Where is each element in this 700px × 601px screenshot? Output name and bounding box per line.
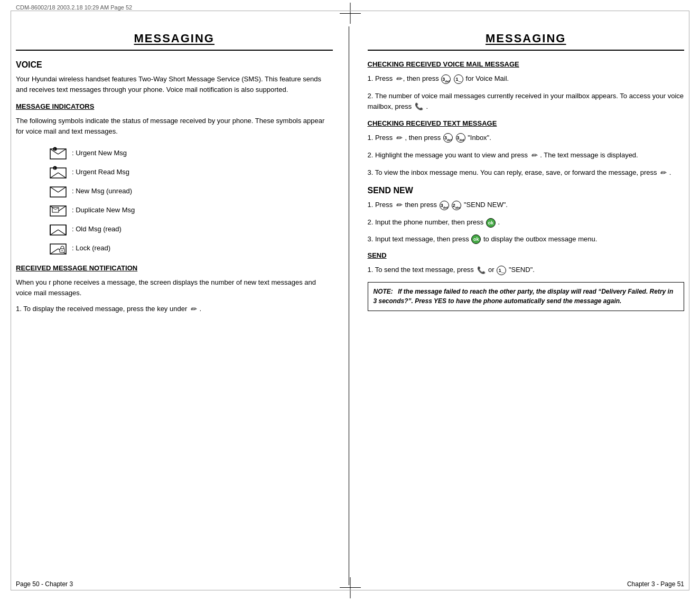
lock-read-icon (48, 242, 69, 255)
btn-1-cv1: 1— (454, 74, 463, 84)
title-divider-right (368, 50, 685, 51)
pencil-icon-ct1: ✏ (396, 133, 402, 144)
svg-line-12 (58, 187, 66, 192)
send-new-heading: SEND NEW (368, 186, 685, 195)
pencil-icon-sn1: ✏ (396, 200, 402, 211)
send-new-step3: 3. Input text message, then press ok to … (368, 234, 685, 245)
pencil-icon-cv1: ✏ (396, 73, 402, 84)
btn-3-sn1: 3def (440, 201, 449, 210)
urgent-read-icon: ! (48, 166, 69, 179)
urgent-new-label: : Urgent New Msg (72, 149, 127, 157)
recv-notif-body: When you r phone receives a message, the… (16, 277, 333, 298)
right-footer: Chapter 3 - Page 51 (627, 580, 684, 588)
urgent-read-label: : Urgent Read Msg (72, 168, 129, 176)
title-divider-left (16, 50, 333, 51)
pencil-icon-ct2: ✏ (531, 150, 537, 161)
left-footer: Page 50 - Chapter 3 (16, 580, 73, 588)
old-read-label: : Old Msg (read) (72, 225, 122, 233)
send-heading: SEND (368, 251, 685, 259)
check-voice-step1: 1. Press ✏, then press 3def 1— for Voice… (368, 73, 685, 84)
send-new-step1: 1. Press ✏ then press 3def 2abc "SEND NE… (368, 200, 685, 211)
svg-line-20 (50, 230, 58, 235)
indicator-urgent-read: ! : Urgent Read Msg (48, 166, 333, 179)
send-new-step2: 2. Input the phone number, then press ok… (368, 217, 685, 228)
phone-icon-send: 📞 (477, 265, 486, 276)
svg-line-2 (58, 149, 66, 154)
svg-line-21 (58, 230, 66, 235)
send-step1: 1. To send the text message, press 📞 or … (368, 265, 685, 275)
file-info: CDM-86002/18 2003.2.18 10:29 AM Page 52 (16, 4, 132, 11)
old-read-icon (48, 223, 69, 236)
btn-3-cv1: 3def (441, 74, 451, 84)
right-title: MESSAGING (368, 32, 685, 45)
indicator-lock-read: : Lock (read) (48, 242, 333, 255)
svg-line-6 (50, 173, 58, 178)
svg-line-25 (50, 249, 58, 254)
main-columns: MESSAGING VOICE Your Hyundai wireless ha… (16, 26, 684, 585)
svg-point-28 (62, 250, 63, 251)
svg-line-11 (50, 187, 58, 192)
check-text-step3: 3. To view the inbox message menu. You c… (368, 167, 685, 179)
new-unread-label: : New Msg (unread) (72, 187, 132, 195)
recv-notif-heading: RECEIVED MESSAGE NOTIFICATION (16, 264, 333, 272)
check-text-step2: 2. Highlight the message you want to vie… (368, 150, 685, 161)
btn-3a-ct1: 3def (443, 133, 453, 143)
check-voice-heading: CHECKING RECEIVED VOICE MAIL MESSAGE (368, 60, 685, 68)
indicator-old-read: : Old Msg (read) (48, 223, 333, 236)
left-title: MESSAGING (16, 32, 333, 45)
msg-indicators-body: The following symbols indicate the statu… (16, 116, 333, 137)
check-text-step1: 1. Press ✏ , then press 3def 3def "Inbox… (368, 133, 685, 144)
note-label: NOTE: (374, 288, 393, 295)
check-text-heading: CHECKING RECEIVED TEXT MESSAGE (368, 119, 685, 127)
btn-ok-sn3: ok (471, 234, 481, 244)
duplicate-new-icon (48, 204, 69, 217)
duplicate-new-label: : Duplicate New Msg (72, 206, 135, 214)
btn-ok-sn2: ok (486, 218, 496, 228)
indicator-list: ! : Urgent New Msg ! : Ur (48, 147, 333, 255)
note-box: NOTE: If the message failed to reach the… (368, 282, 685, 311)
btn-3b-ct1: 3def (456, 133, 465, 143)
phone-icon-cv2: 📞 (415, 101, 423, 112)
pencil-icon-recv: ✏ (190, 304, 197, 315)
indicator-urgent-new: ! : Urgent New Msg (48, 147, 333, 159)
recv-notif-step1: 1. To display the received message, pres… (16, 304, 333, 315)
pencil-icon-ct3: ✏ (660, 167, 666, 179)
urgent-new-icon: ! (48, 147, 69, 159)
right-column: MESSAGING CHECKING RECEIVED VOICE MAIL M… (349, 26, 685, 585)
left-column: MESSAGING VOICE Your Hyundai wireless ha… (16, 26, 349, 585)
indicator-duplicate-new: : Duplicate New Msg (48, 204, 333, 217)
voice-body: Your Hyundai wireless handset features T… (16, 74, 333, 95)
note-text: If the message failed to reach the other… (374, 288, 674, 305)
page-header: CDM-86002/18 2003.2.18 10:29 AM Page 52 (16, 4, 132, 11)
new-unread-icon (48, 185, 69, 198)
btn-2-sn1: 2abc (452, 201, 461, 210)
indicator-new-unread: : New Msg (unread) (48, 185, 333, 198)
page-footer: Page 50 - Chapter 3 Chapter 3 - Page 51 (16, 580, 684, 588)
msg-indicators-heading: MESSAGE INDICATORS (16, 102, 333, 110)
svg-line-15 (58, 206, 66, 211)
voice-heading: VOICE (16, 60, 333, 70)
check-voice-step2: 2. The number of voice mail messages cur… (368, 91, 685, 112)
svg-line-7 (58, 173, 66, 178)
lock-read-label: : Lock (read) (72, 244, 110, 252)
btn-1-send: 1— (497, 266, 506, 275)
